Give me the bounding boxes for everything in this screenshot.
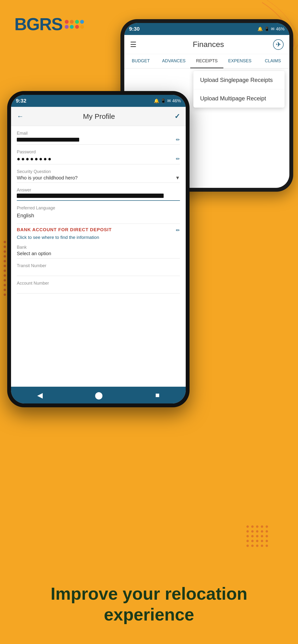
tagline-container: Improve your relocation experience [0,584,298,625]
svg-point-58 [246,535,249,538]
status-bar-profile: 9:32 🔔 📱 ✉ 46% [11,95,186,107]
logo-dots [65,20,84,29]
phone-front-screen: 9:32 🔔 📱 ✉ 46% ← My Profile ✓ [11,95,186,404]
bank-field: Bank Select an option [17,245,180,258]
security-question-label: Security Question [17,169,180,174]
notification-icon: 🔔 [257,26,263,32]
bank-label: Bank [17,245,180,250]
svg-point-4 [4,246,6,248]
transit-field: Transit Number [17,263,180,276]
bank-section: BANK ACCOUNT FOR DIRECT DEPOSIT ✏ Click … [17,227,180,240]
bank-edit-icon[interactable]: ✏ [176,227,180,233]
tab-receipts[interactable]: RECEIPTS [190,54,223,68]
svg-point-62 [266,535,268,538]
svg-point-59 [251,535,254,538]
password-edit-icon[interactable]: ✏ [176,156,180,162]
bank-info-link[interactable]: Click to see where to find the informati… [17,235,180,240]
svg-point-56 [261,530,263,532]
svg-point-28 [4,274,6,277]
svg-point-60 [256,535,258,538]
svg-point-55 [256,530,258,532]
bottom-nav: ◀ ⬤ ■ [11,387,186,404]
nav-home-button[interactable]: ⬤ [95,391,103,400]
preferred-language-field: Preferred Language English [17,206,180,219]
svg-point-69 [251,544,254,547]
svg-point-0 [4,241,6,243]
svg-point-32 [4,279,6,282]
nav-back-button[interactable]: ◀ [37,391,43,400]
svg-point-49 [251,526,254,528]
logo-dot-2 [70,20,74,24]
svg-point-61 [261,535,263,538]
answer-masked [17,194,164,198]
tab-claims[interactable]: CLAIMS [256,54,289,68]
mail-icon: ✉ [271,26,274,32]
battery-profile: 46% [172,98,181,104]
svg-point-16 [4,260,6,262]
email-masked [17,138,79,142]
logo-dot-6 [70,25,74,29]
email-edit-icon[interactable]: ✏ [176,137,180,142]
logo-dot-4 [80,20,84,24]
svg-point-12 [4,255,6,258]
svg-point-54 [251,530,254,532]
password-label: Password [17,150,180,154]
logo-text: BGRS [14,14,62,34]
svg-point-24 [4,270,6,272]
tab-budget[interactable]: BUDGET [124,54,158,68]
mail-icon-profile: ✉ [167,98,171,104]
upload-multipage[interactable]: Upload Multipage Receipt [193,89,284,108]
svg-point-70 [256,544,258,547]
svg-point-36 [4,284,6,286]
bank-select[interactable]: Select an option [17,251,180,258]
dropdown-chevron-icon[interactable]: ▼ [175,175,180,181]
svg-point-53 [246,530,249,532]
logo: BGRS [14,14,84,34]
profile-form: Email ✏ Password ●●●●●●●● ✏ Sec [11,126,186,387]
nav-recent-button[interactable]: ■ [155,391,160,399]
svg-point-48 [246,526,249,528]
tab-advances[interactable]: ADVANCES [158,54,191,68]
email-field: Email ✏ [17,131,180,145]
battery-finances: 46% [276,26,284,32]
section-divider [17,224,180,224]
finances-app-bar: ☰ Finances ✈ [124,35,289,54]
logo-dot-8 [80,25,84,29]
profile-app-bar: ← My Profile ✓ [11,107,186,126]
password-value-row: ●●●●●●●● ✏ [17,156,180,164]
status-time-finances: 9:30 [129,26,140,32]
security-question-field: Security Question Who is your childhood … [17,169,180,183]
account-input[interactable] [17,287,180,294]
upload-singlepage[interactable]: Upload Singlepage Receipts [193,71,284,89]
finances-title: Finances [144,40,273,49]
tagline-line2: experience [104,605,194,624]
answer-label: Answer [17,188,180,192]
svg-point-50 [256,526,258,528]
answer-field: Answer [17,188,180,201]
logo-dot-7 [75,25,79,29]
svg-point-66 [261,540,263,542]
bank-section-title: BANK ACCOUNT FOR DIRECT DEPOSIT [17,227,112,232]
logo-dot-1 [65,20,69,24]
whatsapp-icon-profile: 📱 [161,98,166,104]
svg-point-67 [266,540,268,542]
status-time-profile: 9:32 [16,98,26,104]
whatsapp-icon: 📱 [264,26,269,32]
tab-expenses[interactable]: EXPENSES [223,54,256,68]
svg-point-71 [261,544,263,547]
hamburger-icon[interactable]: ☰ [130,40,136,49]
status-icons-finances: 🔔 📱 ✉ 46% [257,26,284,32]
transit-input[interactable] [17,269,180,276]
back-icon[interactable]: ← [17,112,24,120]
upload-dropdown: Upload Singlepage Receipts Upload Multip… [193,71,284,108]
flight-icon[interactable]: ✈ [273,39,284,50]
finances-tabs: BUDGET ADVANCES RECEIPTS EXPENSES CLAIMS [124,54,289,68]
svg-point-65 [256,540,258,542]
account-label: Account Number [17,281,180,286]
tagline: Improve your relocation experience [19,584,279,625]
svg-point-52 [266,526,268,528]
svg-point-44 [4,294,6,296]
profile-content-wrapper: 9:32 🔔 📱 ✉ 46% ← My Profile ✓ [11,95,186,404]
check-icon[interactable]: ✓ [175,112,180,120]
account-field: Account Number [17,281,180,294]
